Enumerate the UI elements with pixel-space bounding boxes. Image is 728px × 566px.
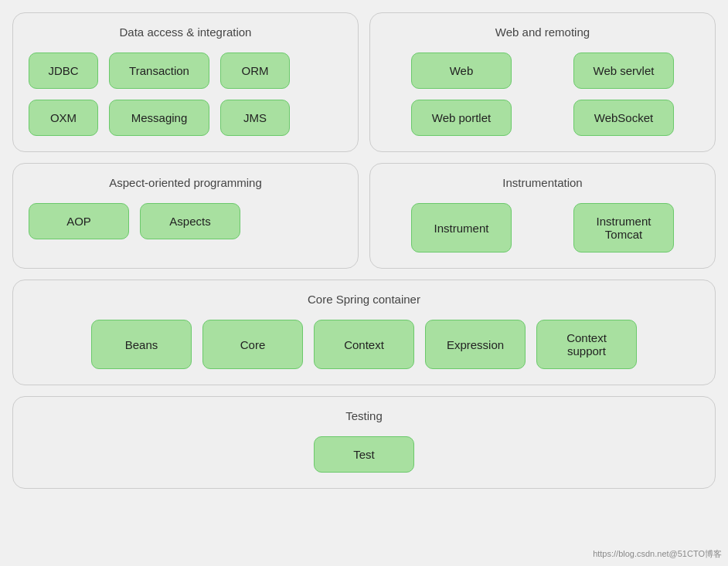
chip-messaging: Messaging	[109, 100, 209, 136]
chip-web-portlet: Web portlet	[411, 100, 512, 136]
instrumentation-title: Instrumentation	[386, 176, 699, 189]
web-section: Web and remoting Web Web servlet Web por…	[369, 12, 716, 152]
chip-test: Test	[314, 436, 414, 473]
watermark: https://blog.csdn.net@51CTO博客	[593, 548, 722, 560]
core-title: Core Spring container	[29, 293, 699, 306]
instrumentation-section: Instrumentation Instrument Instrument To…	[369, 163, 716, 269]
chip-transaction: Transaction	[109, 53, 209, 89]
web-title: Web and remoting	[386, 25, 699, 39]
chip-beans: Beans	[91, 320, 192, 369]
chip-web: Web	[411, 53, 512, 89]
aop-section: Aspect-oriented programming AOP Aspects	[12, 163, 359, 269]
chip-jdbc: JDBC	[29, 53, 98, 89]
chip-core: Core	[202, 320, 303, 369]
chip-jms: JMS	[220, 100, 290, 136]
web-row1: Web Web servlet	[386, 53, 699, 89]
chip-instrument: Instrument	[411, 203, 512, 252]
chip-context: Context	[314, 320, 414, 369]
chip-aop: AOP	[29, 203, 129, 239]
data-access-row1: JDBC Transaction ORM	[29, 53, 342, 89]
chip-oxm: OXM	[29, 100, 98, 136]
instrumentation-row1: Instrument Instrument Tomcat	[386, 203, 699, 252]
testing-row1: Test	[29, 436, 699, 473]
chip-aspects: Aspects	[140, 203, 240, 239]
chip-instrument-tomcat: Instrument Tomcat	[573, 203, 674, 252]
chip-orm: ORM	[220, 53, 290, 89]
data-access-section: Data access & integration JDBC Transacti…	[12, 12, 359, 152]
testing-title: Testing	[29, 409, 699, 422]
chip-expression: Expression	[425, 320, 526, 369]
aop-title: Aspect-oriented programming	[29, 176, 342, 189]
testing-section: Testing Test	[12, 396, 716, 489]
chip-websocket: WebSocket	[573, 100, 674, 136]
core-row1: Beans Core Context Expression Context su…	[29, 320, 699, 369]
row-2: Aspect-oriented programming AOP Aspects …	[12, 163, 716, 269]
data-access-row2: OXM Messaging JMS	[29, 100, 342, 136]
chip-context-support: Context support	[536, 320, 637, 369]
row-1: Data access & integration JDBC Transacti…	[12, 12, 716, 152]
aop-row1: AOP Aspects	[29, 203, 342, 239]
chip-web-servlet: Web servlet	[573, 53, 674, 89]
web-row2: Web portlet WebSocket	[386, 100, 699, 136]
data-access-title: Data access & integration	[29, 25, 342, 39]
core-section: Core Spring container Beans Core Context…	[12, 280, 716, 385]
